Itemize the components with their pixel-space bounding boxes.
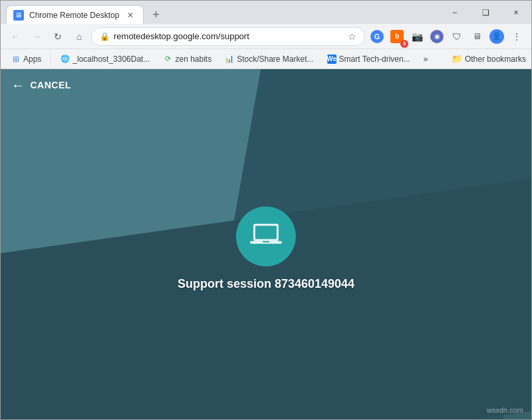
back-arrow-icon: ←: [11, 78, 25, 93]
tab-title: Chrome Remote Desktop: [29, 11, 119, 20]
home-button[interactable]: ⌂: [70, 27, 88, 46]
bookmark-smarttech-label: Smart Tech-driven...: [339, 54, 410, 64]
bookmark-stock-icon: 📊: [225, 54, 234, 64]
more-options-button[interactable]: ⋮: [507, 27, 526, 46]
reload-button[interactable]: ↻: [49, 27, 67, 46]
tab-area: 🖥 Chrome Remote Desktop ✕ +: [1, 1, 440, 24]
bookmarks-bar: ⊞ Apps 🌐 _localhost_3306Dat... ⟳ zen hab…: [1, 49, 531, 69]
minimize-button[interactable]: −: [440, 1, 470, 24]
watermark: wsxdn.com: [487, 406, 523, 414]
apps-label: Apps: [23, 54, 41, 64]
svg-rect-3: [263, 241, 269, 242]
bookmark-star-icon[interactable]: ☆: [348, 31, 356, 42]
bookmark-smarttech[interactable]: We Smart Tech-driven...: [322, 52, 416, 66]
ext-badge-icon[interactable]: b 3: [388, 27, 406, 46]
titlebar: 🖥 Chrome Remote Desktop ✕ + − ❑ ×: [1, 1, 531, 24]
bookmark-separator: [51, 53, 51, 65]
bookmark-stock-label: Stock/Share Market...: [237, 54, 313, 64]
svg-rect-1: [255, 225, 277, 239]
laptop-icon: [249, 221, 283, 251]
bookmark-zenhabits-label: zen habits: [175, 54, 211, 64]
bookmark-zenhabits[interactable]: ⟳ zen habits: [158, 52, 217, 66]
bookmark-localhost-label: _localhost_3306Dat...: [72, 54, 150, 64]
ext-camera-icon[interactable]: 📷: [408, 27, 426, 46]
lock-icon: 🔒: [100, 32, 110, 41]
user-avatar-icon[interactable]: 👤: [487, 27, 506, 46]
bookmark-localhost-icon: 🌐: [61, 54, 70, 64]
other-bookmarks-label: Other bookmarks: [465, 54, 526, 64]
forward-button[interactable]: →: [27, 27, 46, 46]
cancel-bar: ← CANCEL: [1, 69, 531, 101]
window-controls: − ❑ ×: [440, 1, 531, 24]
laptop-circle: [236, 206, 296, 266]
tab-close-button[interactable]: ✕: [124, 9, 136, 21]
address-bar[interactable]: 🔒 remotedesktop.google.com/support ☆: [91, 27, 365, 46]
new-tab-button[interactable]: +: [146, 5, 165, 24]
browser-window: 🖥 Chrome Remote Desktop ✕ + − ❑ × ← → ↻ …: [0, 0, 532, 420]
url-text: remotedesktop.google.com/support: [114, 31, 344, 41]
cancel-button[interactable]: ← CANCEL: [11, 78, 71, 93]
apps-grid-icon: ⊞: [11, 54, 21, 64]
toolbar-right: G b 3 📷 ◉ 🛡 🖥 👤 ⋮: [368, 27, 526, 46]
tab-favicon: 🖥: [13, 10, 24, 21]
active-tab[interactable]: 🖥 Chrome Remote Desktop ✕: [6, 5, 144, 24]
other-bookmarks[interactable]: 📁 Other bookmarks: [452, 54, 526, 64]
cancel-label: CANCEL: [31, 80, 71, 90]
restore-button[interactable]: ❑: [470, 1, 501, 24]
central-content: Support session 873460149044: [178, 206, 354, 290]
session-label: Support session 873460149044: [178, 276, 354, 290]
bookmark-localhost[interactable]: 🌐 _localhost_3306Dat...: [55, 52, 155, 66]
bookmark-smarttech-icon: We: [327, 54, 336, 64]
page-content: ← CANCEL Support s: [1, 69, 531, 419]
bookmark-zenhabits-icon: ⟳: [163, 54, 172, 64]
back-button[interactable]: ←: [6, 27, 25, 46]
bookmark-more-button[interactable]: »: [418, 52, 434, 66]
close-button[interactable]: ×: [501, 1, 531, 24]
ext-shield-icon[interactable]: 🛡: [448, 27, 466, 46]
ext-google-icon[interactable]: G: [368, 27, 386, 46]
bookmark-stock[interactable]: 📊 Stock/Share Market...: [219, 52, 319, 66]
apps-bookmark[interactable]: ⊞ Apps: [6, 52, 47, 66]
folder-icon: 📁: [452, 54, 462, 64]
toolbar: ← → ↻ ⌂ 🔒 remotedesktop.google.com/suppo…: [1, 24, 531, 49]
ext-screen-icon[interactable]: 🖥: [467, 27, 486, 46]
ext-vpn-icon[interactable]: ◉: [428, 27, 446, 46]
more-chevron-icon: »: [424, 54, 428, 64]
